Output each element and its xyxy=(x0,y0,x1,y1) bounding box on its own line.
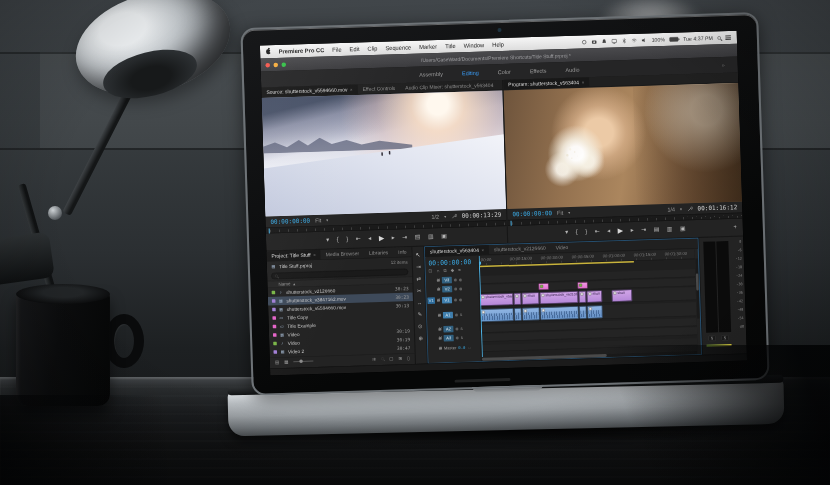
source-playhead[interactable] xyxy=(269,228,270,233)
track-header-a1[interactable]: A1S xyxy=(438,311,463,318)
workspace-overflow-button[interactable]: » xyxy=(722,62,725,68)
menu-marker[interactable]: Marker xyxy=(419,44,437,51)
source-playback-resolution[interactable]: 1/2 xyxy=(431,214,439,220)
razor-tool-icon[interactable]: ✂ xyxy=(417,288,422,295)
mark-in-button[interactable]: { xyxy=(337,236,339,242)
settings-wrench-icon[interactable] xyxy=(451,213,457,219)
close-icon[interactable]: × xyxy=(313,252,316,257)
lock-icon[interactable] xyxy=(437,279,440,282)
label-chip[interactable] xyxy=(273,350,277,354)
nest-toggle-icon[interactable]: ⊡ xyxy=(428,268,432,274)
export-frame-button[interactable]: ▣ xyxy=(441,233,447,239)
add-marker-button[interactable]: ▾ xyxy=(565,229,568,235)
camera-icon[interactable] xyxy=(592,39,598,45)
icon-view-button[interactable]: ▦ xyxy=(284,359,288,364)
tab-sequence-3[interactable]: Video xyxy=(551,242,574,252)
timeline-clip-audio[interactable] xyxy=(540,306,578,320)
new-bin-button[interactable]: ▢ xyxy=(389,356,393,361)
lock-icon[interactable] xyxy=(438,314,441,317)
track-toggle-icon[interactable] xyxy=(455,313,458,316)
go-to-out-button[interactable]: ⇥ xyxy=(641,227,646,233)
label-chip[interactable] xyxy=(273,325,277,329)
close-icon[interactable]: × xyxy=(350,87,353,92)
timeline-clip-video[interactable] xyxy=(579,291,586,303)
label-chip[interactable] xyxy=(272,316,276,320)
pen-tool-icon[interactable]: ✎ xyxy=(418,311,423,318)
lock-icon[interactable] xyxy=(438,328,441,331)
track-toggle-icon[interactable] xyxy=(455,327,458,330)
workspace-tab-editing[interactable]: Editing xyxy=(462,70,479,77)
track-header-v1[interactable]: V1V1 xyxy=(427,296,462,304)
bluetooth-icon[interactable] xyxy=(622,38,628,44)
step-back-button[interactable]: ◂ xyxy=(607,228,610,234)
lift-button[interactable]: ▤ xyxy=(654,226,660,232)
timeline-clip-video[interactable]: shutt xyxy=(587,291,602,303)
go-to-out-button[interactable]: ⇥ xyxy=(402,234,407,240)
timeline-clip-video[interactable]: shutterstock_v6210844 xyxy=(540,291,578,304)
tab-effect-controls[interactable]: Effect Controls xyxy=(357,83,400,94)
solo-right-button[interactable]: S xyxy=(721,335,729,341)
source-zoom-select[interactable]: Fit xyxy=(315,217,321,223)
timeline-clip-video[interactable] xyxy=(514,293,521,305)
new-item-button[interactable]: ⊞ xyxy=(398,356,402,361)
timeline-tracks-area[interactable]: 00:00 00:00:15:00 00:00:30:00 00:00:45:0… xyxy=(479,249,698,357)
label-chip[interactable] xyxy=(272,291,276,295)
track-visibility-icon[interactable] xyxy=(459,278,462,281)
mark-out-button[interactable]: } xyxy=(585,228,587,234)
timeline-vscrollbar[interactable] xyxy=(695,258,699,318)
track-header-a3[interactable]: A3S xyxy=(439,334,464,341)
tab-info[interactable]: Info xyxy=(393,247,412,257)
apple-menu-icon[interactable] xyxy=(266,49,271,54)
track-toggle-icon[interactable] xyxy=(454,298,457,301)
volume-icon[interactable] xyxy=(642,37,648,43)
timeline-clip-audio[interactable] xyxy=(514,308,521,321)
lock-icon[interactable] xyxy=(437,299,440,302)
snap-toggle-icon[interactable]: ∩ xyxy=(436,268,439,274)
step-forward-button[interactable]: ▸ xyxy=(392,234,395,240)
linked-selection-icon[interactable]: ⧉ xyxy=(443,268,446,274)
track-visibility-icon[interactable] xyxy=(459,287,462,290)
source-patch-v1[interactable]: V1 xyxy=(427,297,435,304)
program-current-timecode[interactable]: 00:00:00:00 xyxy=(512,210,552,218)
menu-file[interactable]: File xyxy=(332,47,341,53)
timeline-clip-audio[interactable] xyxy=(522,307,539,320)
menu-edit[interactable]: Edit xyxy=(349,46,359,52)
timeline-clip-title[interactable] xyxy=(577,282,587,289)
track-select-tool-icon[interactable]: ⇥ xyxy=(416,264,421,271)
program-playback-resolution[interactable]: 1/4 xyxy=(667,206,675,212)
lock-icon[interactable] xyxy=(437,288,440,291)
timeline-clip-audio[interactable] xyxy=(579,306,586,319)
source-video-frame[interactable] xyxy=(262,91,507,217)
timeline-clip-video[interactable]: shutt xyxy=(522,292,539,304)
find-button[interactable] xyxy=(381,357,384,360)
wifi-icon[interactable] xyxy=(632,38,638,44)
timeline-clip-title[interactable] xyxy=(539,283,549,290)
track-header-a2[interactable]: A2S xyxy=(438,325,463,332)
timeline-clip-audio[interactable] xyxy=(587,305,602,318)
button-editor-add[interactable]: + xyxy=(733,224,737,230)
track-header-v2[interactable]: V2 xyxy=(437,285,462,292)
program-zoom-select[interactable]: Fit xyxy=(557,210,563,216)
zoom-tool-icon[interactable]: ⊕ xyxy=(418,335,423,342)
source-current-timecode[interactable]: 00:00:00:00 xyxy=(270,217,310,225)
overwrite-button[interactable]: ▥ xyxy=(428,233,434,239)
solo-track-icon[interactable]: S xyxy=(461,336,463,340)
track-toggle-icon[interactable] xyxy=(456,336,459,339)
tab-libraries[interactable]: Libraries xyxy=(364,248,393,258)
solo-track-icon[interactable]: S xyxy=(460,313,462,317)
hand-tool-icon[interactable]: ⊙ xyxy=(418,323,423,330)
go-to-in-button[interactable]: ⇤ xyxy=(356,236,361,242)
slip-tool-icon[interactable]: ↔ xyxy=(417,300,423,306)
mark-in-button[interactable]: { xyxy=(576,229,578,235)
tab-media-browser[interactable]: Media Browser xyxy=(321,248,365,259)
workspace-tab-audio[interactable]: Audio xyxy=(565,67,579,73)
label-chip[interactable] xyxy=(272,299,276,303)
notification-bell-icon[interactable] xyxy=(602,38,608,44)
workspace-tab-assembly[interactable]: Assembly xyxy=(419,71,443,78)
automate-to-sequence-button[interactable]: ⇉ xyxy=(372,356,376,361)
track-header-master[interactable]: Master0.0↔ xyxy=(439,345,472,351)
workspace-tab-effects[interactable]: Effects xyxy=(530,68,547,75)
thumbnail-zoom-slider[interactable] xyxy=(293,360,313,362)
program-playhead[interactable] xyxy=(511,221,512,226)
menu-clip[interactable]: Clip xyxy=(367,45,377,51)
